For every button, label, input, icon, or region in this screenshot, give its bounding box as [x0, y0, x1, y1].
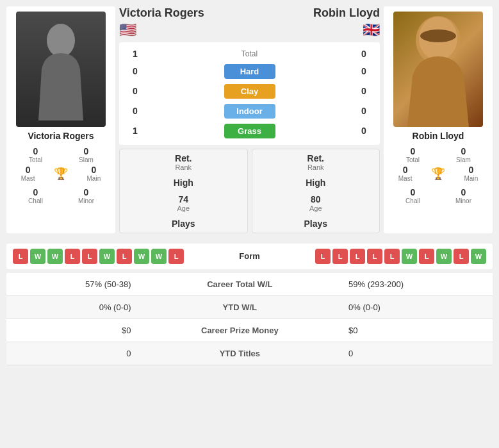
- left-minor-cell: 0 Minor: [62, 187, 110, 204]
- form-badge: L: [384, 249, 400, 264]
- grass-row: 1 Grass 0: [119, 121, 380, 141]
- clay-row: 0 Clay 0: [119, 81, 380, 101]
- left-minor-label: Minor: [78, 197, 94, 204]
- table-cell-center: Career Total W/L: [140, 273, 340, 296]
- form-badge: L: [65, 249, 80, 264]
- table-row: 57% (50-38)Career Total W/L59% (293-200): [6, 273, 493, 296]
- right-slam-label: Slam: [456, 156, 471, 163]
- table-cell-left: 0: [6, 342, 140, 365]
- left-inner-stats-box: Ret. Rank High 74 Age Plays: [119, 149, 248, 233]
- indoor-right-score: 0: [354, 106, 373, 116]
- left-flag: 🇺🇸: [119, 22, 204, 38]
- hard-button[interactable]: Hard: [224, 64, 275, 79]
- left-total-cell: 0 Total: [12, 146, 60, 163]
- form-badge: W: [151, 249, 167, 264]
- left-high-value: High: [124, 178, 243, 188]
- left-mast-value: 0: [26, 165, 31, 175]
- left-total-label: Total: [29, 156, 42, 163]
- form-badge: L: [419, 249, 434, 264]
- left-main-value: 0: [91, 165, 96, 175]
- right-trophy-row: 0 Mast 🏆 0 Main: [389, 165, 487, 182]
- right-minor-value: 0: [461, 187, 466, 197]
- table-row: 0% (0-0)YTD W/L0% (0-0): [6, 295, 493, 319]
- score-section: 1 Total 0 0 Hard 0 0 Clay 0 0: [119, 42, 380, 145]
- total-right-score: 0: [354, 49, 373, 59]
- form-badge: L: [117, 249, 132, 264]
- left-mast-label: Mast: [21, 175, 35, 182]
- right-inner-stats-box: Ret. Rank High 80 Age Plays: [252, 149, 380, 233]
- right-flag: 🇬🇧: [313, 22, 380, 38]
- table-row: 0YTD Titles0: [6, 342, 493, 365]
- form-badge: L: [315, 249, 331, 264]
- left-slam-label: Slam: [79, 156, 94, 163]
- right-chall-cell: 0 Chall: [389, 187, 437, 204]
- right-rank-value: Ret.: [256, 153, 376, 163]
- form-badge: W: [471, 249, 486, 264]
- right-main-value: 0: [468, 165, 473, 175]
- clay-button[interactable]: Clay: [224, 84, 275, 99]
- right-player-name: Robin Lloyd: [413, 131, 464, 141]
- left-bottom-stats: 0 Chall 0 Minor: [12, 187, 110, 204]
- inner-stats-row: Ret. Rank High 74 Age Plays Ret. Rank Hi…: [119, 149, 380, 233]
- right-slam-value: 0: [461, 146, 466, 156]
- grass-right-score: 0: [354, 126, 373, 136]
- form-label: Form: [231, 251, 269, 261]
- center-panel: Victoria Rogers 🇺🇸 Robin Lloyd 🇬🇧 1 Tota…: [119, 6, 380, 233]
- form-badge: W: [134, 249, 149, 264]
- svg-point-0: [47, 24, 75, 57]
- total-row: 1 Total 0: [119, 46, 380, 62]
- form-badge: W: [436, 249, 452, 264]
- form-badge: W: [402, 249, 417, 264]
- left-trophy-row: 0 Mast 🏆 0 Main: [12, 165, 110, 182]
- form-badge: L: [454, 249, 469, 264]
- table-cell-left: 57% (50-38): [6, 273, 140, 296]
- left-age-value: 74: [124, 194, 243, 204]
- left-player-card: Victoria Rogers 0 Total 0 Slam 0 Mast 🏆: [6, 6, 115, 233]
- table-cell-left: 0% (0-0): [6, 295, 140, 319]
- left-center-name: Victoria Rogers: [119, 6, 204, 21]
- left-chall-label: Chall: [28, 197, 43, 204]
- clay-left-score: 0: [126, 86, 145, 96]
- left-rank-value: Ret.: [124, 153, 243, 163]
- table-cell-right: 0% (0-0): [339, 295, 493, 319]
- indoor-row: 0 Indoor 0: [119, 101, 380, 121]
- left-slam-cell: 0 Slam: [62, 146, 110, 163]
- svg-point-3: [420, 29, 456, 42]
- clay-right-score: 0: [354, 86, 373, 96]
- right-trophy-icon: 🏆: [431, 167, 445, 181]
- table-cell-right: 0: [339, 342, 493, 365]
- right-rank-label: Rank: [256, 163, 376, 171]
- right-age-value: 80: [256, 194, 376, 204]
- left-rank-label: Rank: [124, 163, 243, 171]
- right-center-name: Robin Lloyd: [313, 6, 380, 21]
- grass-button[interactable]: Grass: [224, 124, 275, 138]
- form-section: LWWLLWLWWL Form LLLLLWLWLW: [6, 244, 493, 269]
- right-mast-value: 0: [403, 165, 408, 175]
- form-badge: W: [47, 249, 63, 264]
- table-cell-right: $0: [339, 319, 493, 342]
- right-plays-value: Plays: [256, 219, 376, 229]
- form-badge: L: [13, 249, 28, 264]
- form-badge: L: [168, 249, 184, 264]
- left-chall-value: 0: [33, 187, 38, 197]
- top-section: Victoria Rogers 0 Total 0 Slam 0 Mast 🏆: [0, 0, 499, 240]
- right-bottom-stats: 0 Chall 0 Minor: [389, 187, 487, 204]
- left-slam-value: 0: [84, 146, 89, 156]
- right-form-badges: LLLLLWLWLW: [315, 249, 486, 264]
- indoor-button[interactable]: Indoor: [224, 104, 275, 119]
- form-badge: W: [30, 249, 45, 264]
- stats-table: 57% (50-38)Career Total W/L59% (293-200)…: [6, 273, 493, 365]
- form-badge: W: [99, 249, 115, 264]
- left-player-photo: [16, 12, 106, 127]
- left-player-name: Victoria Rogers: [28, 131, 94, 141]
- table-row: $0Career Prize Money$0: [6, 319, 493, 342]
- form-badge: L: [367, 249, 382, 264]
- table-cell-center: Career Prize Money: [140, 319, 340, 342]
- total-left-score: 1: [126, 49, 145, 59]
- right-mast-label: Mast: [398, 175, 413, 182]
- right-main-cell: 0 Main: [464, 165, 479, 182]
- right-player-card: Robin Lloyd 0 Total 0 Slam 0 Mast 🏆 0: [384, 6, 493, 233]
- left-total-value: 0: [33, 146, 38, 156]
- right-player-photo: [393, 12, 483, 127]
- form-badge: L: [82, 249, 97, 264]
